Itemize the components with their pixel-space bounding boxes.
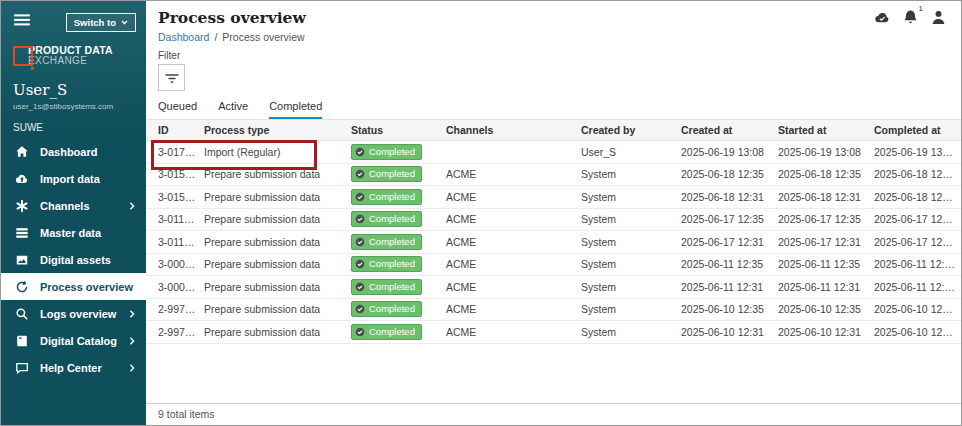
user-email: user_1s@stibosystems.com: [13, 102, 136, 111]
column-header-started-at[interactable]: Started at: [778, 124, 874, 136]
check-circle-icon: [355, 282, 365, 292]
cell-started-at: 2025-06-10 12:31: [778, 326, 874, 338]
channels-icon: [15, 199, 29, 213]
check-circle-icon: [355, 237, 365, 247]
check-circle-icon: [355, 169, 365, 179]
cell-created-at: 2025-06-10 12:35: [681, 303, 778, 315]
page-title: Process overview: [158, 8, 949, 27]
column-header-created-at[interactable]: Created at: [681, 124, 778, 136]
sidebar-item-logs-overview[interactable]: Logs overview: [1, 300, 146, 327]
notification-count-badge: 1: [919, 4, 923, 13]
cell-channels: ACME: [446, 258, 581, 270]
column-header-created-by[interactable]: Created by: [581, 124, 681, 136]
cell-process-type: Prepare submission data: [204, 258, 351, 270]
tab-active[interactable]: Active: [218, 100, 248, 119]
sidebar-item-digital-catalog[interactable]: Digital Catalog: [1, 327, 146, 354]
cell-completed-at: 2025-06-17 12:31: [874, 236, 961, 248]
list-icon: [15, 226, 29, 240]
check-circle-icon: [355, 147, 365, 157]
cloud-check-icon[interactable]: [874, 9, 891, 30]
cell-started-at: 2025-06-11 12:31: [778, 281, 874, 293]
search-icon: [15, 307, 29, 321]
table-row[interactable]: 3-0002-95... Prepare submission data Com…: [146, 276, 961, 299]
cell-id: 3-0151-02...: [158, 191, 204, 203]
sidebar-item-channels[interactable]: Channels: [1, 192, 146, 219]
sidebar-item-process-overview[interactable]: Process overview: [1, 273, 146, 300]
status-badge: Completed: [351, 256, 422, 272]
switch-to-button[interactable]: Switch to: [66, 13, 136, 32]
chevron-right-icon: [128, 310, 136, 318]
sidebar-item-master-data[interactable]: Master data: [1, 219, 146, 246]
cell-id: 2-9978-86...: [158, 326, 204, 338]
breadcrumb-dashboard-link[interactable]: Dashboard: [158, 31, 209, 43]
column-header-channels[interactable]: Channels: [446, 124, 581, 136]
status-badge-label: Completed: [369, 146, 415, 158]
table-row[interactable]: 3-0112-66... Prepare submission data Com…: [146, 231, 961, 254]
column-header-status[interactable]: Status: [351, 124, 446, 136]
cell-created-by: System: [581, 258, 681, 270]
person-icon[interactable]: [930, 9, 947, 30]
cell-process-type: Prepare submission data: [204, 168, 351, 180]
status-badge: Completed: [351, 189, 422, 205]
sidebar-item-help-center[interactable]: Help Center: [1, 354, 146, 381]
switch-to-label: Switch to: [74, 17, 116, 28]
cell-started-at: 2025-06-19 13:08: [778, 146, 874, 158]
filter-button[interactable]: [158, 64, 185, 91]
cell-id: 3-0151-02...: [158, 168, 204, 180]
notifications-bell-icon[interactable]: 1: [902, 9, 919, 30]
status-badge-label: Completed: [369, 168, 415, 180]
cell-created-by: User_S: [581, 146, 681, 158]
table-row[interactable]: 2-9978-86... Prepare submission data Com…: [146, 299, 961, 322]
status-badge: Completed: [351, 166, 422, 182]
cell-created-at: 2025-06-19 13:08: [681, 146, 778, 158]
sidebar-item-import-data[interactable]: Import data: [1, 165, 146, 192]
cell-started-at: 2025-06-11 12:35: [778, 258, 874, 270]
cell-status: Completed: [351, 166, 446, 182]
cell-id: 3-0002-95...: [158, 281, 204, 293]
cell-created-by: System: [581, 168, 681, 180]
cell-started-at: 2025-06-17 12:31: [778, 236, 874, 248]
table-row[interactable]: 3-0112-66... Prepare submission data Com…: [146, 209, 961, 232]
tab-queued[interactable]: Queued: [158, 100, 197, 119]
sidebar-item-digital-assets[interactable]: Digital assets: [1, 246, 146, 273]
cloud-upload-icon: [15, 172, 29, 186]
page-header: Process overview Dashboard / Process ove…: [146, 1, 961, 43]
table-row[interactable]: 2-9978-86... Prepare submission data Com…: [146, 321, 961, 344]
column-header-process-type[interactable]: Process type: [204, 124, 351, 136]
filter-icon: [165, 72, 179, 84]
tab-completed[interactable]: Completed: [269, 100, 322, 119]
image-icon: [15, 253, 29, 267]
breadcrumb: Dashboard / Process overview: [158, 31, 949, 43]
cell-channels: ACME: [446, 326, 581, 338]
cell-status: Completed: [351, 189, 446, 205]
cell-completed-at: 2025-06-19 13:08: [874, 146, 961, 158]
cell-status: Completed: [351, 211, 446, 227]
hamburger-menu-icon[interactable]: [13, 11, 31, 33]
cell-created-at: 2025-06-18 12:31: [681, 191, 778, 203]
sidebar-item-dashboard[interactable]: Dashboard: [1, 138, 146, 165]
cell-channels: ACME: [446, 303, 581, 315]
cell-id: 3-0002-95...: [158, 258, 204, 270]
column-header-completed-at[interactable]: Completed at: [874, 124, 961, 136]
table-row[interactable]: 3-0002-95... Prepare submission data Com…: [146, 254, 961, 277]
cell-created-at: 2025-06-17 12:31: [681, 236, 778, 248]
cell-status: Completed: [351, 301, 446, 317]
column-header-id[interactable]: ID: [158, 124, 204, 136]
cell-id: 3-0112-66...: [158, 236, 204, 248]
cell-created-by: System: [581, 236, 681, 248]
process-table: ID Process type Status Channels Created …: [146, 119, 961, 344]
table-row[interactable]: 3-0151-02... Prepare submission data Com…: [146, 164, 961, 187]
sidebar-nav: Dashboard Import data Channels Master da…: [1, 138, 146, 381]
cell-process-type: Prepare submission data: [204, 213, 351, 225]
home-icon: [15, 145, 29, 159]
cell-status: Completed: [351, 256, 446, 272]
table-row[interactable]: 3-0174-52... Import (Regular) Completed …: [146, 141, 961, 164]
logo-square-icon: [13, 46, 33, 66]
sidebar-header: Switch to PRODUCT DATA EXCHANGE User_S u…: [1, 1, 146, 132]
table-row[interactable]: 3-0151-02... Prepare submission data Com…: [146, 186, 961, 209]
cell-created-at: 2025-06-17 12:35: [681, 213, 778, 225]
cell-process-type: Prepare submission data: [204, 303, 351, 315]
brand-logo: PRODUCT DATA EXCHANGE: [13, 45, 136, 67]
cell-started-at: 2025-06-10 12:35: [778, 303, 874, 315]
status-badge: Completed: [351, 234, 422, 250]
